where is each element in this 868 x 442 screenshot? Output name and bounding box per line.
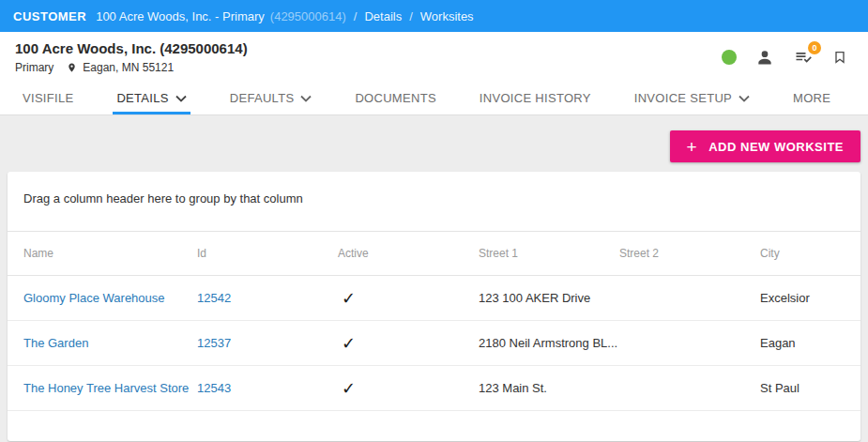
- city-cell: St Paul: [760, 381, 845, 395]
- customer-header: 100 Acre Woods, Inc. (4295000614) Primar…: [0, 32, 868, 81]
- breadcrumb: CUSTOMER 100 Acre Woods, Inc. - Primary …: [0, 0, 868, 32]
- active-check-icon: ✓: [338, 333, 479, 354]
- tab-label: DOCUMENTS: [355, 91, 435, 105]
- tasks-checklist-icon[interactable]: 0: [793, 48, 814, 67]
- add-new-worksite-label: ADD NEW WORKSITE: [708, 140, 844, 154]
- active-check-icon: ✓: [338, 378, 479, 399]
- breadcrumb-section-label: CUSTOMER: [13, 9, 86, 23]
- notification-badge: 0: [808, 41, 821, 54]
- city-cell: Excelsior: [760, 291, 845, 305]
- worksite-id-link[interactable]: 12543: [197, 381, 338, 395]
- tab-invoice-setup[interactable]: INVOICE SETUP: [634, 81, 750, 114]
- street1-cell: 123 Main St.: [479, 381, 619, 395]
- group-by-dropzone[interactable]: Drag a column header here to group by th…: [8, 172, 860, 231]
- tab-bar: VISIFILE DETAILS DEFAULTS DOCUMENTS INVO…: [0, 81, 868, 115]
- tab-invoice-history[interactable]: INVOICE HISTORY: [480, 81, 591, 114]
- bookmark-icon[interactable]: [832, 48, 847, 67]
- chevron-down-icon: [300, 95, 312, 102]
- worksite-id-link[interactable]: 12537: [197, 336, 338, 350]
- tab-documents[interactable]: DOCUMENTS: [355, 81, 435, 114]
- worksite-name-link[interactable]: The Garden: [23, 336, 197, 350]
- worksite-name-link[interactable]: The Honey Tree Harvest Store: [23, 381, 197, 395]
- worksite-id-link[interactable]: 12542: [197, 291, 338, 305]
- tab-label: INVOICE SETUP: [634, 91, 732, 105]
- breadcrumb-separator: /: [409, 9, 413, 23]
- status-indicator[interactable]: [722, 50, 737, 65]
- primary-label: Primary: [15, 61, 53, 74]
- street1-cell: 123 100 AKER Drive: [479, 291, 619, 305]
- city-cell: Eagan: [760, 336, 845, 350]
- tab-visifile[interactable]: VISIFILE: [23, 81, 73, 114]
- person-icon[interactable]: [755, 48, 774, 67]
- grid-column-headers: Name Id Active Street 1 Street 2 City: [8, 231, 860, 276]
- location-text: Eagan, MN 55121: [83, 61, 174, 74]
- group-by-hint-text: Drag a column header here to group by th…: [23, 191, 303, 206]
- tab-defaults[interactable]: DEFAULTS: [230, 81, 312, 114]
- add-new-worksite-button[interactable]: + ADD NEW WORKSITE: [670, 130, 860, 162]
- customer-header-left: 100 Acre Woods, Inc. (4295000614) Primar…: [15, 40, 248, 74]
- column-header-name[interactable]: Name: [23, 247, 197, 260]
- location-pin-icon: [67, 61, 77, 74]
- customer-subline: Primary Eagan, MN 55121: [15, 61, 248, 74]
- breadcrumb-separator: /: [354, 9, 358, 23]
- breadcrumb-entity-id: (4295000614): [270, 9, 346, 23]
- table-row: Gloomy Place Warehouse 12542 ✓ 123 100 A…: [8, 276, 860, 321]
- action-bar: + ADD NEW WORKSITE: [0, 115, 868, 172]
- tab-label: INVOICE HISTORY: [480, 91, 591, 105]
- active-check-icon: ✓: [338, 288, 479, 309]
- header-icons: 0: [722, 48, 853, 67]
- chevron-down-icon: [175, 95, 187, 102]
- tab-label: VISIFILE: [23, 91, 73, 105]
- column-header-active[interactable]: Active: [338, 247, 479, 260]
- breadcrumb-entity[interactable]: 100 Acre Woods, Inc. - Primary: [96, 9, 265, 23]
- plus-icon: +: [687, 138, 698, 156]
- breadcrumb-worksites[interactable]: Worksites: [420, 9, 474, 23]
- worksite-name-link[interactable]: Gloomy Place Warehouse: [23, 291, 197, 305]
- street1-cell: 2180 Neil Armstrong BL...: [479, 336, 619, 350]
- tab-label: DEFAULTS: [230, 91, 295, 105]
- tab-label: MORE: [793, 91, 830, 105]
- table-row: The Garden 12537 ✓ 2180 Neil Armstrong B…: [8, 321, 860, 366]
- column-header-street1[interactable]: Street 1: [479, 247, 619, 260]
- tab-label: DETAILS: [116, 91, 168, 105]
- table-row: The Honey Tree Harvest Store 12543 ✓ 123…: [8, 366, 860, 411]
- tab-details[interactable]: DETAILS: [116, 81, 186, 114]
- column-header-id[interactable]: Id: [197, 247, 338, 260]
- chevron-down-icon: [739, 95, 750, 102]
- tab-more[interactable]: MORE: [793, 81, 830, 114]
- page-title: 100 Acre Woods, Inc. (4295000614): [15, 40, 248, 56]
- worksites-card: Drag a column header here to group by th…: [8, 172, 860, 441]
- column-header-city[interactable]: City: [760, 247, 845, 260]
- breadcrumb-details[interactable]: Details: [364, 9, 402, 23]
- column-header-street2[interactable]: Street 2: [619, 247, 760, 260]
